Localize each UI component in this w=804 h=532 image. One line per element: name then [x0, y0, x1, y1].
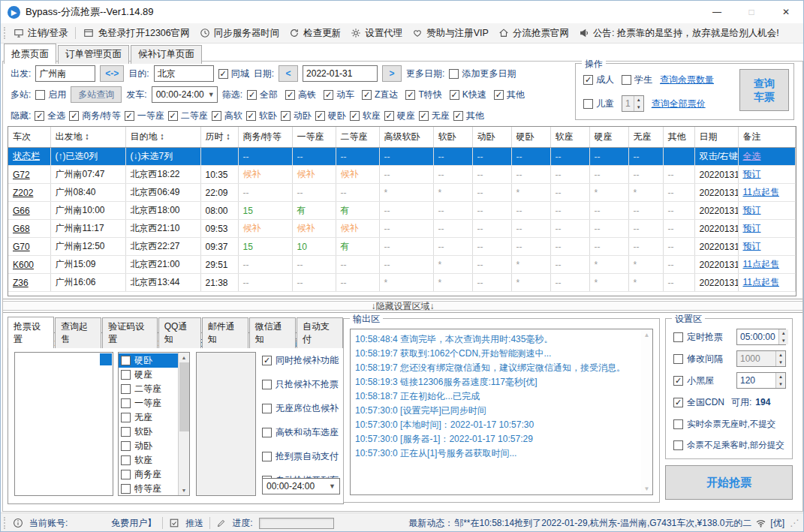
same-city-box[interactable]: [218, 69, 228, 79]
settings-tab-2[interactable]: 查询起售: [55, 317, 101, 348]
book-link[interactable]: 预订: [743, 205, 761, 215]
hide-check-4[interactable]: 二等座: [168, 110, 208, 122]
hide-check-box[interactable]: [212, 111, 221, 121]
filter-check-box[interactable]: [247, 90, 257, 100]
column-header[interactable]: 目的地 ↕: [125, 127, 200, 148]
grab-option-box[interactable]: [262, 428, 272, 437]
child-box[interactable]: [583, 99, 593, 109]
seat-option-box[interactable]: [121, 398, 131, 408]
hide-check-box[interactable]: [35, 111, 44, 121]
scroll-down-icon[interactable]: ▼: [182, 485, 187, 495]
train-number-link[interactable]: G66: [13, 206, 30, 216]
grab-option-box[interactable]: [262, 404, 272, 413]
hide-check-box[interactable]: [125, 111, 134, 121]
cdn-checkbox[interactable]: [673, 398, 683, 407]
train-row[interactable]: K600广州15:09北京西21:0029:51--------*--*--**…: [8, 256, 796, 274]
toolbar-item-6[interactable]: 赞助与注册VIP: [412, 27, 489, 40]
hide-check-8[interactable]: 硬卧: [315, 110, 346, 122]
train-number-link[interactable]: Z202: [13, 188, 33, 198]
column-header[interactable]: 备注: [738, 127, 796, 148]
grab-option-2[interactable]: 只抢候补不抢票: [262, 378, 342, 391]
column-header[interactable]: 动卧: [472, 127, 511, 148]
adult-box[interactable]: [583, 75, 593, 85]
filter-check-box[interactable]: [494, 90, 504, 100]
column-header[interactable]: 硬座: [589, 127, 628, 148]
date-prev-button[interactable]: <: [279, 65, 298, 82]
column-header[interactable]: 二等座: [336, 127, 379, 148]
seat-option-box[interactable]: [121, 455, 131, 465]
hide-check-1[interactable]: 全选: [35, 110, 65, 122]
book-link[interactable]: 11点起售: [743, 277, 779, 287]
student-box[interactable]: [622, 75, 631, 85]
hide-check-3[interactable]: 一等座: [125, 110, 164, 122]
output-scrollbar[interactable]: ▲▼: [641, 329, 652, 494]
filter-check-2[interactable]: 高铁: [285, 89, 316, 101]
enable-box[interactable]: [35, 90, 45, 100]
blackroom-stepper[interactable]: 120▲▼: [736, 372, 786, 389]
page-tab-2[interactable]: 订单管理页面: [58, 45, 129, 64]
date-next-button[interactable]: >: [382, 65, 402, 82]
filter-check-5[interactable]: T特快: [405, 89, 441, 101]
grab-option-4[interactable]: 高铁和动车选座: [262, 426, 342, 439]
settings-tab-7[interactable]: 自动支付: [297, 317, 343, 348]
hide-check-5[interactable]: 高软: [212, 110, 242, 122]
seat-list[interactable]: 硬卧硬座二等座一等座无座软卧动卧软座商务座特等座 ▲ ▼: [118, 352, 190, 496]
hide-check-box[interactable]: [168, 111, 178, 121]
train-row[interactable]: Z202广州08:40北京西06:4922:09------**--*--**-…: [8, 184, 796, 202]
train-row[interactable]: G72广州南07:47北京西18:2210:35候补候补候补----------…: [8, 166, 796, 184]
partial-submit-checkbox[interactable]: [673, 440, 683, 450]
start-grab-button[interactable]: 开始抢票: [665, 465, 793, 500]
settings-tab-5[interactable]: 邮件通知: [202, 317, 248, 348]
grab-option-1[interactable]: 同时抢候补功能: [262, 354, 342, 367]
interval-stepper[interactable]: 1000▲▼: [736, 350, 786, 367]
train-number-link[interactable]: K600: [13, 260, 34, 270]
minimize-button[interactable]: —: [700, 1, 734, 23]
depart-time-select[interactable]: 00:00-24:00▼: [152, 86, 218, 103]
grab-option-box[interactable]: [262, 356, 272, 365]
column-header[interactable]: 无座: [628, 127, 663, 148]
hide-check-6[interactable]: 软卧: [246, 110, 277, 122]
train-number-link[interactable]: G68: [13, 224, 30, 234]
filter-check-box[interactable]: [405, 90, 415, 100]
hide-check-box[interactable]: [281, 111, 291, 121]
seat-option-9[interactable]: 商务座: [119, 467, 178, 482]
seat-option-7[interactable]: 动卧: [119, 439, 178, 453]
student-checkbox[interactable]: 学生: [622, 74, 652, 86]
to-input[interactable]: 北京: [154, 65, 214, 82]
hide-check-12[interactable]: 其他: [453, 110, 484, 122]
column-header[interactable]: 日期: [694, 127, 738, 148]
column-header[interactable]: 高级软卧: [379, 127, 433, 148]
child-count-stepper[interactable]: 1▲▼: [622, 95, 644, 112]
enable-checkbox[interactable]: 启用: [35, 89, 66, 101]
grab-option-box[interactable]: [262, 380, 272, 389]
multi-station-query-button[interactable]: 多站查询: [71, 86, 122, 103]
seat-option-6[interactable]: 软卧: [119, 425, 178, 439]
hide-check-box[interactable]: [419, 111, 429, 121]
passenger-list[interactable]: [14, 352, 113, 496]
hide-check-10[interactable]: 硬座: [384, 110, 415, 122]
maximize-button[interactable]: □: [734, 1, 769, 23]
column-header[interactable]: 软卧: [433, 127, 472, 148]
book-link[interactable]: 预订: [743, 169, 761, 179]
output-log[interactable]: 10:58:48:4 查询完毕，本次查询共用时:435毫秒。10:58:19:7…: [350, 329, 653, 495]
hide-check-box[interactable]: [315, 111, 325, 121]
settings-tab-6[interactable]: 微信通知: [249, 317, 296, 348]
stepper-arrows-icon[interactable]: ▲▼: [778, 329, 788, 344]
train-number-link[interactable]: G70: [13, 242, 30, 252]
settings-tab-4[interactable]: QQ通知: [158, 317, 201, 348]
hidden-settings-bar[interactable]: ↓隐藏设置区域↓: [3, 299, 802, 313]
filter-check-box[interactable]: [362, 90, 372, 100]
seat-option-4[interactable]: 一等座: [119, 396, 178, 410]
child-checkbox[interactable]: 儿童: [583, 98, 614, 110]
column-header[interactable]: 软座: [550, 127, 589, 148]
filter-check-3[interactable]: 动车: [324, 89, 354, 101]
seat-option-3[interactable]: 二等座: [119, 382, 178, 396]
toolbar-item-4[interactable]: 检查更新: [289, 27, 341, 40]
book-link[interactable]: 11点起售: [743, 187, 779, 197]
filter-check-box[interactable]: [324, 90, 333, 100]
scroll-up-icon[interactable]: ▲: [182, 353, 187, 362]
train-number-link[interactable]: G72: [13, 170, 30, 180]
grab-option-5[interactable]: 抢到票自动支付: [262, 450, 342, 463]
seat-option-box[interactable]: [121, 413, 131, 422]
column-header[interactable]: 硬卧: [511, 127, 550, 148]
